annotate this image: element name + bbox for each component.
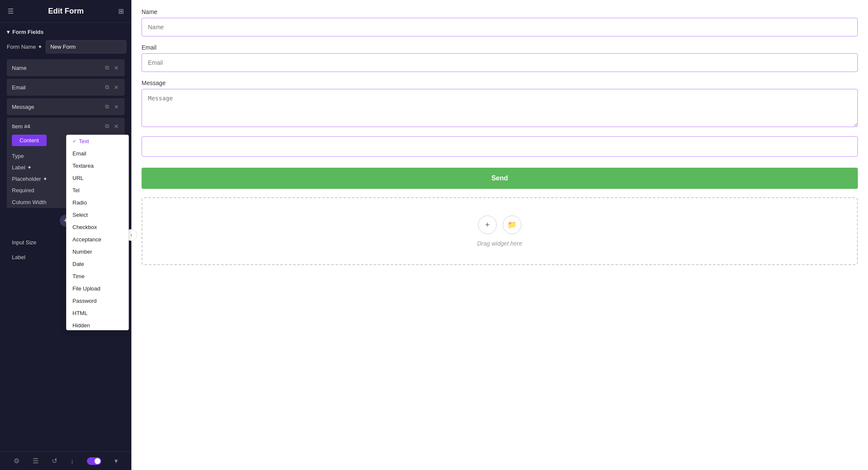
message-field-textarea[interactable]: [142, 89, 858, 127]
sidebar-header: ☰ Edit Form ⊞: [0, 0, 131, 23]
checkmark-icon: ✓: [72, 138, 76, 144]
dropdown-item-textarea[interactable]: Textarea: [67, 160, 128, 172]
drag-widget-area: + 📁 Drag widget here: [142, 197, 858, 265]
placeholder-label: Placeholder ✦: [12, 176, 47, 182]
menu-icon[interactable]: ☰: [8, 7, 14, 15]
history-icon-button[interactable]: ↺: [52, 457, 57, 465]
more-icon-button[interactable]: [87, 457, 101, 465]
dropdown-item-date[interactable]: Date: [67, 258, 128, 270]
chevron-down-icon: ▾: [7, 29, 10, 35]
message-field-group: Message: [142, 80, 858, 129]
field-row-email: Email ⧉ ✕: [7, 79, 125, 96]
drag-widget-icons: + 📁: [478, 216, 521, 234]
download-icon-button[interactable]: ↓: [70, 457, 74, 465]
type-label: Type: [12, 153, 24, 159]
close-icon: ✕: [114, 84, 119, 91]
name-field-group: Name: [142, 8, 858, 36]
dropdown-item-acceptance[interactable]: Acceptance: [67, 233, 128, 246]
settings-icon-button[interactable]: ⚙: [14, 457, 19, 465]
copy-email-button[interactable]: ⧉: [104, 83, 110, 91]
placeholder-drag-icon: ✦: [43, 176, 47, 182]
field-row-message: Message ⧉ ✕: [7, 98, 125, 115]
copy-item4-button[interactable]: ⧉: [104, 122, 110, 130]
dropdown-list: ✓ Text Email Textarea URL Tel Radio Sele…: [67, 135, 128, 330]
dropdown-item-number[interactable]: Number: [67, 246, 128, 258]
field-email-actions: ⧉ ✕: [104, 83, 120, 91]
copy-icon: ⧉: [105, 84, 109, 91]
remove-message-button[interactable]: ✕: [113, 103, 120, 111]
sidebar: ☰ Edit Form ⊞ ▾ Form Fields Form Name ✦ …: [0, 0, 131, 470]
close-icon: ✕: [114, 123, 119, 130]
item4-header: Item #4 ⧉ ✕: [7, 118, 125, 135]
item4-wrapper: Item #4 ⧉ ✕ Content: [7, 118, 125, 208]
send-button[interactable]: Send: [142, 168, 858, 189]
main-content: Name Email Message Send + 📁 Drag widget …: [131, 0, 868, 470]
form-name-drag-icon: ✦: [38, 44, 42, 50]
message-field-label: Message: [142, 80, 858, 86]
field-label-name: Name: [12, 65, 27, 71]
form-name-input[interactable]: [46, 40, 126, 53]
folder-widget-button[interactable]: 📁: [503, 216, 521, 234]
sidebar-content: ▾ Form Fields Form Name ✦ Name ⧉: [0, 23, 131, 451]
dropdown-item-checkbox[interactable]: Checkbox: [67, 221, 128, 233]
dropdown-item-time[interactable]: Time: [67, 270, 128, 282]
field-name-actions: ⧉ ✕: [104, 64, 120, 72]
field-row-name: Name ⧉ ✕: [7, 59, 125, 76]
label-prop-label: Label ✦: [12, 164, 32, 171]
dropdown-item-html[interactable]: HTML: [67, 307, 128, 319]
form-fields-section-header[interactable]: ▾ Form Fields: [7, 29, 125, 35]
copy-icon: ⧉: [105, 123, 109, 130]
dropdown-item-email[interactable]: Email: [67, 147, 128, 160]
column-width-label: Column Width: [12, 199, 47, 205]
field-message-actions: ⧉ ✕: [104, 102, 120, 111]
add-widget-button[interactable]: +: [478, 216, 497, 234]
toggle-switch[interactable]: [87, 457, 101, 465]
close-icon: ✕: [114, 65, 119, 71]
copy-message-button[interactable]: ⧉: [104, 102, 110, 111]
chevron-up-icon-button[interactable]: ▾: [114, 457, 118, 465]
dropdown-item-select[interactable]: Select: [67, 209, 128, 221]
required-label: Required: [12, 187, 34, 194]
remove-name-button[interactable]: ✕: [113, 64, 120, 72]
copy-icon: ⧉: [105, 103, 109, 110]
item4-field-group: [142, 136, 858, 157]
form-fields-section: ▾ Form Fields Form Name ✦ Name ⧉: [7, 29, 125, 230]
dropdown-item-tel[interactable]: Tel: [67, 184, 128, 196]
dropdown-item-hidden[interactable]: Hidden: [67, 319, 128, 330]
dropdown-item-radio[interactable]: Radio: [67, 196, 128, 209]
close-icon: ✕: [114, 104, 119, 110]
field-label-message: Message: [12, 104, 34, 110]
dropdown-item-file-upload[interactable]: File Upload: [67, 282, 128, 295]
form-fields-label: Form Fields: [12, 29, 44, 35]
form-name-row: Form Name ✦: [7, 40, 125, 53]
page-title: Edit Form: [48, 7, 84, 16]
type-dropdown[interactable]: ✓ Text Email Textarea URL Tel Radio Sele…: [66, 135, 129, 330]
copy-name-button[interactable]: ⧉: [104, 64, 110, 72]
name-field-input[interactable]: [142, 18, 858, 36]
layers-icon-button[interactable]: ☰: [33, 457, 39, 465]
content-tab-button[interactable]: Content: [12, 135, 47, 146]
dropdown-item-url[interactable]: URL: [67, 172, 128, 184]
item4-field-empty: [142, 136, 858, 157]
label-drag-icon: ✦: [27, 164, 32, 171]
drag-widget-text: Drag widget here: [477, 240, 523, 247]
sidebar-footer: ⚙ ☰ ↺ ↓ ▾: [0, 451, 131, 470]
form-name-label: Form Name ✦: [7, 44, 42, 50]
dropdown-item-password[interactable]: Password: [67, 295, 128, 307]
email-field-label: Email: [142, 44, 858, 51]
field-label-email: Email: [12, 84, 26, 91]
item4-actions: ⧉ ✕: [104, 122, 120, 130]
dropdown-item-text[interactable]: ✓ Text: [67, 135, 128, 147]
remove-item4-button[interactable]: ✕: [113, 122, 120, 130]
item4-label: Item #4: [12, 123, 30, 130]
grid-icon[interactable]: ⊞: [118, 7, 124, 15]
email-field-group: Email: [142, 44, 858, 72]
label-bottom-label: Label: [12, 254, 25, 260]
remove-email-button[interactable]: ✕: [113, 83, 120, 91]
copy-icon: ⧉: [105, 64, 109, 71]
name-field-label: Name: [142, 8, 858, 15]
email-field-input[interactable]: [142, 53, 858, 72]
